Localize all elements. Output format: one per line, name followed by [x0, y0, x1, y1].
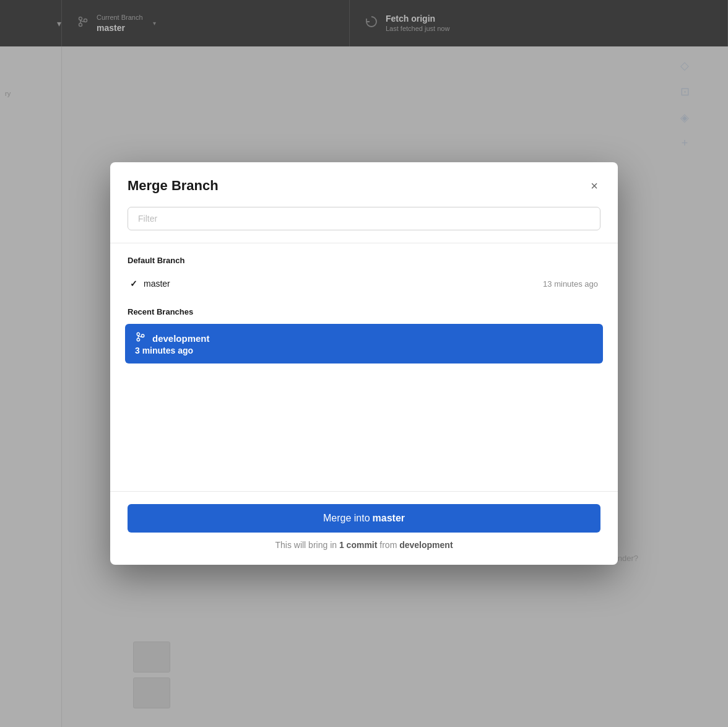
- development-branch-icon: [135, 331, 146, 345]
- merge-button-text: Merge into: [323, 513, 370, 524]
- filter-input[interactable]: [128, 207, 600, 230]
- merge-info-prefix: This will bring in: [275, 540, 339, 550]
- merge-info-branch: development: [399, 540, 453, 550]
- modal-close-button[interactable]: ×: [588, 177, 600, 194]
- filter-container: [110, 207, 618, 243]
- merge-info: This will bring in 1 commit from develop…: [128, 540, 600, 550]
- recent-branches-label: Recent Branches: [128, 307, 600, 316]
- modal-header: Merge Branch ×: [110, 162, 618, 207]
- svg-point-4: [137, 333, 140, 336]
- development-branch-time: 3 minutes ago: [135, 346, 193, 355]
- default-branch-label: Default Branch: [128, 256, 600, 265]
- master-branch-name: master: [144, 279, 170, 289]
- development-branch-item[interactable]: development 3 minutes ago: [125, 324, 603, 364]
- svg-point-5: [137, 338, 140, 341]
- modal-title: Merge Branch: [128, 178, 219, 194]
- development-branch-left: development: [135, 331, 593, 345]
- recent-branches-section: Recent Branches development: [128, 307, 600, 364]
- merge-button-bold: master: [373, 513, 405, 524]
- master-branch-left: ✓ master: [130, 279, 170, 289]
- modal-body: Default Branch ✓ master 13 minutes ago R…: [110, 243, 618, 491]
- master-branch-time: 13 minutes ago: [543, 279, 598, 289]
- development-branch-name: development: [152, 333, 210, 344]
- merge-info-suffix: from: [377, 540, 399, 550]
- merge-branch-modal: Merge Branch × Default Branch ✓ master 1…: [110, 162, 618, 565]
- merge-info-count: 1 commit: [339, 540, 377, 550]
- master-branch-item[interactable]: ✓ master 13 minutes ago: [128, 272, 600, 295]
- modal-footer: Merge into master This will bring in 1 c…: [110, 492, 618, 565]
- master-checkmark: ✓: [130, 279, 137, 289]
- merge-button[interactable]: Merge into master: [128, 504, 600, 533]
